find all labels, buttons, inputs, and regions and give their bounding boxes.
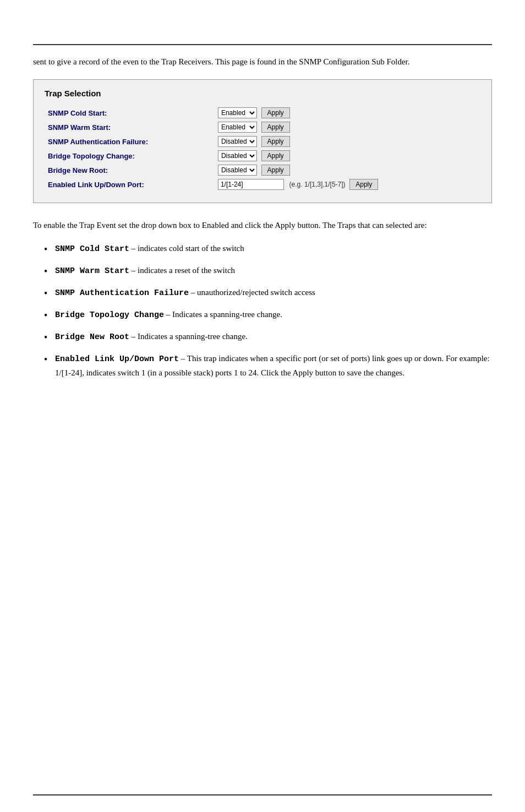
row-label-4: Bridge New Root: — [45, 163, 215, 177]
row-control-1: Enabled Disabled Apply — [215, 120, 480, 134]
desc-3: – Indicates a spanning-tree change. — [164, 310, 282, 319]
term-0: SNMP Cold Start — [55, 244, 129, 254]
row-label-0: SNMP Cold Start: — [45, 106, 215, 120]
list-item-4: Bridge New Root – Indicates a spanning-t… — [44, 330, 492, 344]
desc-0: – indicates cold start of the switch — [129, 244, 244, 253]
row-control-2: Enabled Disabled Apply — [215, 134, 480, 149]
intro-text: sent to give a record of the even to the… — [33, 55, 492, 68]
term-4: Bridge New Root — [55, 333, 129, 342]
term-2: SNMP Authentication Failure — [55, 288, 189, 298]
desc-4: – Indicates a spanning-tree change. — [129, 332, 248, 341]
snmp-warm-start-apply[interactable]: Apply — [261, 122, 290, 133]
row-label-3: Bridge Topology Change: — [45, 149, 215, 163]
list-item-3: Bridge Topology Change – Indicates a spa… — [44, 308, 492, 322]
bottom-divider — [33, 794, 492, 795]
row-control-5: (e.g. 1/[1,3],1/[5-7]) Apply — [215, 177, 480, 192]
list-item-1: SNMP Warm Start – indicates a reset of t… — [44, 264, 492, 278]
row-control-4: Enabled Disabled Apply — [215, 163, 480, 177]
trap-selection-box: Trap Selection SNMP Cold Start: Enabled … — [33, 79, 492, 203]
snmp-cold-start-apply[interactable]: Apply — [261, 107, 290, 118]
table-row: SNMP Cold Start: Enabled Disabled Apply — [45, 106, 480, 120]
desc-1: – indicates a reset of the switch — [129, 266, 235, 275]
desc-2: – unauthorized/rejected switch access — [189, 288, 315, 297]
port-input[interactable] — [218, 179, 284, 190]
row-label-1: SNMP Warm Start: — [45, 120, 215, 134]
port-example: (e.g. 1/[1,3],1/[5-7]) — [289, 181, 346, 188]
list-item-2: SNMP Authentication Failure – unauthoriz… — [44, 286, 492, 300]
row-label-2: SNMP Authentication Failure: — [45, 134, 215, 149]
bridge-new-root-apply[interactable]: Apply — [261, 165, 290, 176]
table-row: SNMP Warm Start: Enabled Disabled Apply — [45, 120, 480, 134]
port-apply[interactable]: Apply — [349, 179, 378, 190]
snmp-auth-failure-apply[interactable]: Apply — [261, 136, 290, 147]
list-item-5: Enabled Link Up/Down Port – This trap in… — [44, 352, 492, 379]
top-divider — [33, 44, 492, 45]
snmp-auth-failure-select[interactable]: Enabled Disabled — [218, 136, 257, 147]
bridge-new-root-select[interactable]: Enabled Disabled — [218, 165, 257, 176]
term-1: SNMP Warm Start — [55, 266, 129, 276]
term-5: Enabled Link Up/Down Port — [55, 355, 179, 364]
page-wrapper: sent to give a record of the even to the… — [0, 0, 525, 812]
bridge-topology-apply[interactable]: Apply — [261, 150, 290, 161]
list-item-0: SNMP Cold Start – indicates cold start o… — [44, 242, 492, 256]
description-text: To enable the Trap Event set the drop do… — [33, 219, 492, 232]
row-control-3: Enabled Disabled Apply — [215, 149, 480, 163]
snmp-cold-start-select[interactable]: Enabled Disabled — [218, 107, 257, 118]
bridge-topology-select[interactable]: Enabled Disabled — [218, 150, 257, 161]
row-control-0: Enabled Disabled Apply — [215, 106, 480, 120]
bullet-list: SNMP Cold Start – indicates cold start o… — [44, 242, 492, 379]
trap-selection-title: Trap Selection — [45, 89, 480, 98]
row-label-5: Enabled Link Up/Down Port: — [45, 177, 215, 192]
table-row: SNMP Authentication Failure: Enabled Dis… — [45, 134, 480, 149]
table-row: Bridge Topology Change: Enabled Disabled… — [45, 149, 480, 163]
term-3: Bridge Topology Change — [55, 310, 164, 320]
table-row: Bridge New Root: Enabled Disabled Apply — [45, 163, 480, 177]
trap-table: SNMP Cold Start: Enabled Disabled Apply … — [45, 106, 480, 192]
table-row: Enabled Link Up/Down Port: (e.g. 1/[1,3]… — [45, 177, 480, 192]
snmp-warm-start-select[interactable]: Enabled Disabled — [218, 122, 257, 133]
